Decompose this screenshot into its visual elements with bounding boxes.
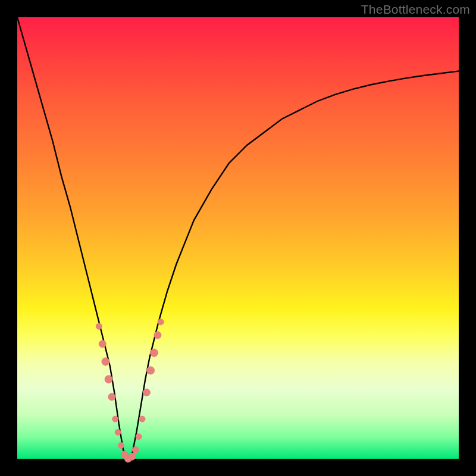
chart-svg xyxy=(17,17,459,459)
curve-marker xyxy=(139,416,145,422)
curve-marker xyxy=(158,319,164,325)
curve-marker xyxy=(118,443,124,449)
curve-marker xyxy=(108,393,115,400)
curve-marker xyxy=(102,358,109,365)
curve-marker xyxy=(132,447,139,453)
curve-marker xyxy=(105,375,112,383)
chart-frame: TheBottleneck.com xyxy=(0,0,476,476)
curve-marker xyxy=(136,434,142,440)
curve-marker xyxy=(96,323,102,329)
chart-plot-area xyxy=(17,17,459,459)
curve-marker xyxy=(99,340,106,347)
curve-marker xyxy=(112,416,118,422)
watermark-text: TheBottleneck.com xyxy=(361,2,470,17)
curve-marker xyxy=(143,389,150,396)
curve-marker xyxy=(151,349,158,356)
curve-marker xyxy=(147,367,155,374)
curve-marker xyxy=(115,429,121,435)
curve-marker xyxy=(129,453,136,460)
curve-marker xyxy=(154,331,161,339)
bottleneck-curve xyxy=(17,17,459,459)
